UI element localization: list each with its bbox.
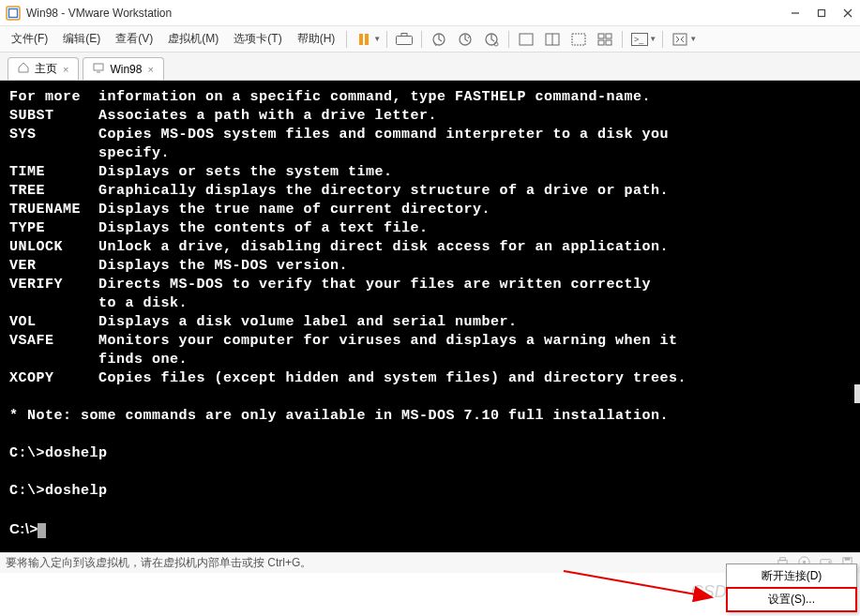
vm-icon: [93, 62, 104, 76]
menu-help[interactable]: 帮助(H): [290, 27, 343, 51]
svg-line-36: [564, 571, 712, 597]
chevron-down-icon[interactable]: ▼: [649, 35, 656, 43]
svg-rect-14: [520, 34, 533, 45]
title-bar: Win98 - VMware Workstation: [0, 0, 860, 26]
window-title: Win98 - VMware Workstation: [26, 7, 789, 20]
menu-file[interactable]: 文件(F): [4, 27, 55, 51]
svg-rect-19: [606, 34, 611, 38]
svg-rect-20: [598, 40, 604, 45]
menu-view[interactable]: 查看(V): [108, 27, 160, 51]
tab-bar: 主页 × Win98 ×: [0, 53, 860, 81]
tab-home[interactable]: 主页 ×: [8, 57, 79, 80]
menu-edit[interactable]: 编辑(E): [55, 27, 108, 51]
svg-rect-34: [845, 557, 851, 560]
console-output: For more information on a specific comma…: [9, 88, 851, 540]
close-icon[interactable]: ×: [147, 64, 153, 75]
svg-rect-28: [780, 557, 786, 560]
svg-rect-24: [673, 34, 686, 45]
view-split-button[interactable]: [539, 28, 566, 51]
close-button[interactable]: [841, 7, 854, 20]
svg-rect-18: [598, 34, 604, 38]
snapshot-take-button[interactable]: [426, 28, 452, 51]
menu-tabs[interactable]: 选项卡(T): [226, 27, 289, 51]
svg-text:>_: >_: [634, 35, 644, 44]
snapshot-revert-button[interactable]: [452, 28, 478, 51]
svg-rect-17: [572, 34, 585, 45]
svg-rect-3: [819, 9, 825, 16]
svg-rect-21: [606, 40, 611, 45]
tab-label: 主页: [35, 61, 57, 77]
send-ctrl-alt-del-button[interactable]: [391, 28, 417, 51]
home-icon: [18, 62, 29, 76]
context-menu: 断开连接(D) 设置(S)...: [726, 563, 857, 612]
menu-vm[interactable]: 虚拟机(M): [160, 27, 226, 51]
dos-console[interactable]: For more information on a specific comma…: [0, 81, 860, 552]
chevron-down-icon[interactable]: ▼: [373, 35, 381, 43]
app-icon: [6, 6, 21, 21]
close-icon[interactable]: ×: [63, 64, 68, 75]
svg-rect-8: [397, 36, 413, 44]
view-unity-button[interactable]: [566, 28, 592, 51]
side-tab: [854, 384, 860, 403]
view-single-button[interactable]: [513, 28, 539, 51]
view-thumbnail-button[interactable]: [592, 28, 618, 51]
status-text: 要将输入定向到该虚拟机，请在虚拟机内部单击或按 Ctrl+G。: [6, 555, 776, 571]
snapshot-manager-button[interactable]: [478, 28, 505, 51]
svg-point-30: [803, 561, 806, 563]
tab-win98[interactable]: Win98 ×: [83, 57, 163, 80]
tab-label: Win98: [110, 63, 142, 76]
cm-settings[interactable]: 设置(S)...: [727, 588, 856, 611]
svg-point-32: [828, 561, 830, 563]
svg-rect-7: [365, 34, 369, 45]
svg-rect-6: [359, 34, 363, 45]
menu-bar: 文件(F) 编辑(E) 查看(V) 虚拟机(M) 选项卡(T) 帮助(H) ▼ …: [0, 26, 860, 53]
minimize-button[interactable]: [789, 7, 802, 20]
svg-rect-25: [94, 64, 103, 70]
maximize-button[interactable]: [815, 7, 828, 20]
chevron-down-icon[interactable]: ▼: [689, 35, 697, 43]
cm-disconnect[interactable]: 断开连接(D): [727, 564, 856, 588]
svg-rect-9: [401, 33, 407, 36]
vm-viewport[interactable]: For more information on a specific comma…: [0, 81, 860, 552]
